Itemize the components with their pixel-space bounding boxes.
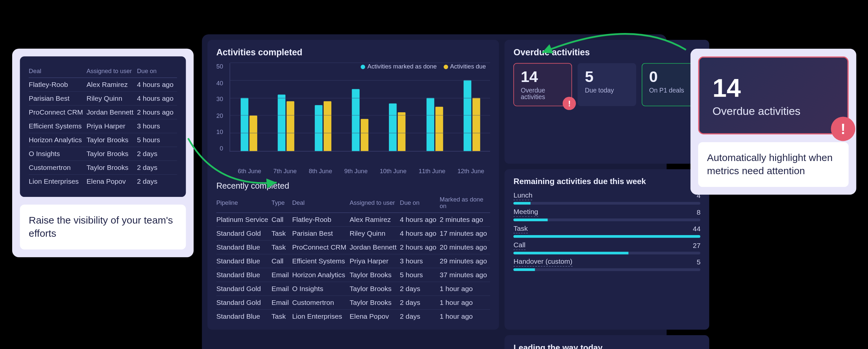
column-header: Type bbox=[272, 194, 292, 213]
chart-bar bbox=[352, 89, 360, 151]
chart-bar bbox=[426, 98, 434, 151]
chart-bar bbox=[389, 103, 397, 151]
table-row[interactable]: CustomertronTaylor Brooks2 days bbox=[29, 161, 177, 174]
table-row[interactable]: Platinum ServiceCallFlatley-RoobAlex Ram… bbox=[216, 213, 490, 226]
big-stat-label: Overdue activities bbox=[713, 105, 834, 118]
x-label: 10th June bbox=[380, 167, 406, 174]
leading-panel: Leading the way today… Completed tasks 💪… bbox=[505, 335, 710, 349]
progress-item: Handover (custom)5 bbox=[514, 258, 701, 271]
progress-value: 27 bbox=[693, 242, 701, 250]
stat-label: On P1 deals bbox=[649, 87, 693, 94]
progress-item: Call27 bbox=[514, 241, 701, 254]
stat-value: 14 bbox=[521, 69, 565, 85]
chart-bar bbox=[398, 112, 406, 151]
left-callout-note: Raise the visibility of your team's effo… bbox=[20, 205, 186, 249]
activities-chart: 50403020100 bbox=[216, 63, 490, 166]
column-header: Assigned to user bbox=[87, 65, 137, 78]
x-label: 8th June bbox=[309, 167, 332, 174]
table-row[interactable]: Horizon AnalyticsTaylor Brooks5 hours bbox=[29, 133, 177, 147]
table-row[interactable]: ProConnect CRMJordan Bennett2 hours ago bbox=[29, 105, 177, 119]
stat-value: 0 bbox=[649, 69, 693, 85]
x-label: 11th June bbox=[418, 167, 445, 174]
table-row[interactable]: Standard BlueEmailHorizon AnalyticsTaylo… bbox=[216, 268, 490, 282]
progress-item: Meeting8 bbox=[514, 208, 701, 221]
big-overdue-stat: 14 Overdue activities ! bbox=[698, 56, 848, 134]
chart-bar bbox=[324, 101, 332, 151]
table-row[interactable]: Standard BlueCallEfficient SystemsPriya … bbox=[216, 254, 490, 268]
table-row[interactable]: Standard BlueTaskLion EnterprisesElena P… bbox=[216, 310, 490, 323]
table-row[interactable]: O InsightsTaylor Brooks2 days bbox=[29, 147, 177, 161]
recently-completed-table: PipelineTypeDealAssigned to userDue onMa… bbox=[216, 194, 490, 323]
bar-group bbox=[240, 98, 257, 151]
remaining-title: Remaining activities due this week bbox=[514, 177, 701, 186]
remaining-panel: Remaining activities due this week Lunch… bbox=[505, 169, 710, 329]
chart-bar bbox=[240, 98, 248, 151]
table-row[interactable]: Lion EnterprisesElena Popov2 days bbox=[29, 174, 177, 188]
progress-value: 5 bbox=[697, 258, 701, 266]
leading-title: Leading the way today… bbox=[514, 343, 701, 349]
big-stat-value: 14 bbox=[713, 73, 834, 103]
x-label: 6th June bbox=[238, 167, 261, 174]
mini-deals-table: DealAssigned to userDue on Flatley-RoobA… bbox=[29, 65, 177, 188]
progress-value: 44 bbox=[693, 225, 701, 233]
chart-bar bbox=[315, 105, 323, 151]
y-tick: 50 bbox=[216, 63, 223, 70]
chart-bar bbox=[435, 107, 443, 151]
activities-completed-title: Activities completed bbox=[216, 47, 490, 57]
stat-box[interactable]: 5Due today bbox=[578, 63, 636, 106]
alert-icon: ! bbox=[831, 117, 855, 141]
progress-label: Lunch bbox=[514, 191, 532, 200]
table-row[interactable]: Flatley-RoobAlex Ramirez4 hours ago bbox=[29, 78, 177, 92]
column-header: Assigned to user bbox=[350, 194, 400, 213]
stat-box[interactable]: 14Overdue activities! bbox=[514, 63, 572, 106]
progress-label: Task bbox=[514, 225, 528, 233]
bar-group bbox=[426, 98, 442, 151]
y-tick: 40 bbox=[216, 80, 223, 86]
chart-bar bbox=[472, 98, 480, 151]
dashboard: Activities completed Activities marked a… bbox=[202, 34, 666, 349]
activities-panel: Activities completed Activities marked a… bbox=[208, 40, 499, 329]
recently-completed-title: Recently completed bbox=[216, 181, 490, 190]
column-header: Deal bbox=[29, 65, 86, 78]
table-row[interactable]: Standard GoldTaskParisian BestRiley Quin… bbox=[216, 226, 490, 240]
table-row[interactable]: Standard GoldEmailO InsightsTaylor Brook… bbox=[216, 282, 490, 296]
progress-label: Handover (custom) bbox=[514, 258, 572, 267]
chart-bar bbox=[361, 119, 369, 151]
x-label: 9th June bbox=[344, 167, 368, 174]
bar-group bbox=[315, 101, 331, 151]
table-row[interactable]: Efficient SystemsPriya Harper3 hours bbox=[29, 119, 177, 133]
stat-label: Overdue activities bbox=[521, 87, 565, 100]
overdue-panel: Overdue activities 14Overdue activities!… bbox=[505, 40, 710, 164]
alert-icon: ! bbox=[563, 97, 576, 110]
bar-group bbox=[352, 89, 369, 151]
column-header: Pipeline bbox=[216, 194, 272, 213]
mini-deals-table-card: DealAssigned to userDue on Flatley-RoobA… bbox=[20, 56, 186, 197]
x-label: 12th June bbox=[457, 167, 484, 174]
column-header: Deal bbox=[292, 194, 350, 213]
table-row[interactable]: Standard GoldEmailCustomertronTaylor Bro… bbox=[216, 296, 490, 310]
progress-label: Meeting bbox=[514, 208, 538, 217]
chart-bar bbox=[278, 95, 285, 151]
y-tick: 30 bbox=[216, 96, 223, 102]
y-tick: 0 bbox=[220, 145, 223, 152]
progress-item: Lunch4 bbox=[514, 191, 701, 204]
x-label: 7th June bbox=[273, 167, 297, 174]
right-callout-card: 14 Overdue activities ! Automatically hi… bbox=[690, 49, 857, 195]
table-row[interactable]: Standard BlueTaskProConnect CRMJordan Be… bbox=[216, 240, 490, 254]
stat-label: Due today bbox=[585, 87, 629, 94]
y-tick: 20 bbox=[216, 112, 223, 119]
overdue-title: Overdue activities bbox=[514, 47, 701, 57]
bar-group bbox=[278, 95, 294, 151]
bar-group bbox=[389, 103, 406, 151]
chart-bar bbox=[286, 101, 294, 151]
stat-value: 5 bbox=[585, 69, 629, 85]
progress-item: Task44 bbox=[514, 225, 701, 238]
column-header: Marked as done on bbox=[440, 194, 490, 213]
column-header: Due on bbox=[137, 65, 177, 78]
y-tick: 10 bbox=[216, 128, 223, 135]
progress-value: 8 bbox=[697, 209, 701, 216]
right-callout-note: Automatically highlight when metrics nee… bbox=[698, 142, 848, 187]
table-row[interactable]: Parisian BestRiley Quinn4 hours ago bbox=[29, 92, 177, 105]
left-callout-card: DealAssigned to userDue on Flatley-RoobA… bbox=[12, 49, 194, 257]
column-header: Due on bbox=[400, 194, 440, 213]
